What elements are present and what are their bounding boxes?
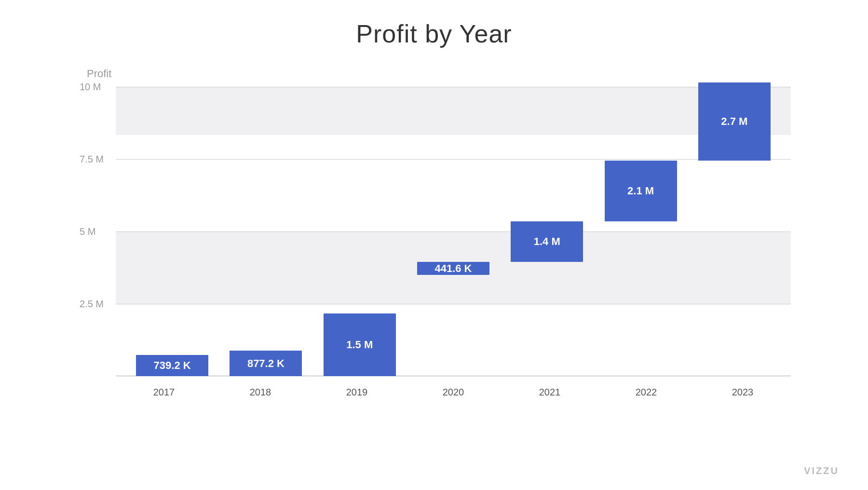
bar-wrapper-2020: 441.6 K (415, 262, 492, 376)
bar-2019: 1.5 M (324, 313, 396, 376)
bar-wrapper-2022: 2.1 M (602, 161, 679, 376)
bar-label-2022: 2.1 M (627, 185, 654, 197)
y-tick-10m: 10 M (80, 82, 101, 93)
bar-2022: 2.1 M (605, 161, 677, 221)
x-label-2021: 2021 (506, 387, 593, 398)
bar-2021: 1.4 M (511, 221, 583, 262)
bar-2023: 2.7 M (698, 82, 771, 161)
bar-label-2017: 739.2 K (154, 359, 191, 372)
bar-wrapper-2021: 1.4 M (508, 221, 585, 376)
bar-label-2020: 441.6 K (434, 262, 472, 275)
bars-container: 739.2 K 877.2 K 1.5 M (116, 87, 791, 376)
bar-wrapper-2023: 2.7 M (696, 82, 773, 376)
x-label-2022: 2022 (603, 387, 690, 398)
x-label-2017: 2017 (121, 387, 207, 398)
bar-2020: 441.6 K (417, 262, 489, 275)
vizzu-watermark: VIZZU (804, 465, 839, 476)
chart-plot: 10 M 7.5 M 5 M 2.5 M 739.2 K (116, 87, 791, 376)
bar-wrapper-2019: 1.5 M (321, 313, 398, 376)
chart-title: Profit by Year (356, 19, 512, 48)
bar-2018: 877.2 K (230, 351, 302, 376)
y-axis-label: Profit (87, 68, 111, 80)
chart-area: Profit 10 M 7.5 M 5 M 2.5 M (116, 68, 791, 405)
y-tick-5m: 5 M (80, 226, 95, 237)
bar-2017: 739.2 K (136, 355, 208, 376)
bar-label-2021: 1.4 M (534, 235, 560, 248)
bar-label-2018: 877.2 K (247, 357, 285, 370)
bar-wrapper-2018: 877.2 K (227, 351, 304, 376)
x-label-2018: 2018 (217, 387, 304, 398)
bar-label-2023: 2.7 M (721, 115, 747, 128)
chart-container: Profit by Year Profit 10 M 7.5 M 5 M (0, 0, 868, 490)
x-labels: 2017 2018 2019 2020 2021 2022 2023 (116, 387, 791, 398)
bar-wrapper-2017: 739.2 K (134, 355, 211, 376)
bar-label-2019: 1.5 M (346, 339, 373, 351)
x-label-2023: 2023 (699, 387, 786, 398)
y-tick-75m: 7.5 M (80, 154, 104, 165)
x-label-2020: 2020 (410, 387, 497, 398)
y-tick-25m: 2.5 M (80, 299, 104, 310)
x-label-2019: 2019 (313, 387, 400, 398)
